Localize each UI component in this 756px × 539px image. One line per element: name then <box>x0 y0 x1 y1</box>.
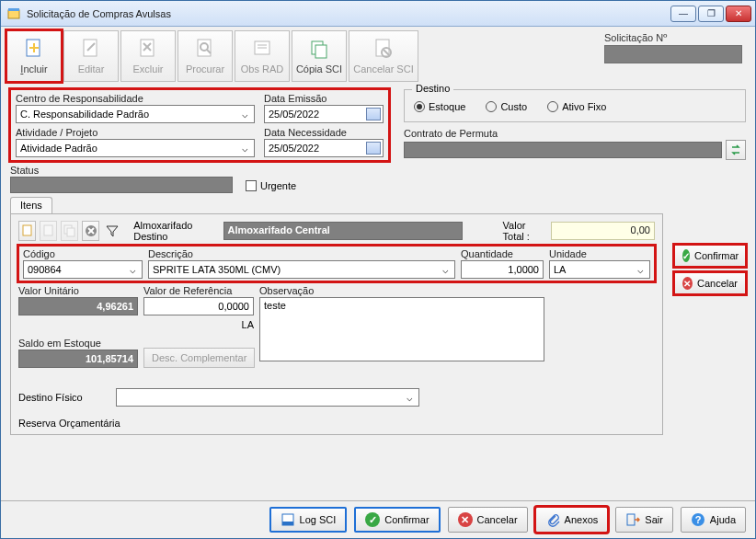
search-doc-icon <box>195 38 215 62</box>
desc-complementar-button[interactable]: Desc. Complementar <box>143 348 255 368</box>
titlebar: Solicitação de Compras Avulsas — ❐ ✕ <box>1 1 755 27</box>
solicitacao-value <box>604 45 742 63</box>
exit-icon <box>625 512 640 527</box>
item-add-button[interactable] <box>18 221 36 241</box>
valor-total-value: 0,00 <box>551 222 655 240</box>
itens-panel: Almoxarifado Destino Almoxarifado Centra… <box>10 213 663 435</box>
item-delete-button[interactable] <box>82 221 99 241</box>
quantidade-label: Quantidade <box>461 248 544 259</box>
svg-rect-30 <box>627 514 635 525</box>
codigo-label: Código <box>23 248 143 259</box>
contrato-label: Contrato de Permuta <box>404 128 746 139</box>
obs-rad-button[interactable]: Obs RAD <box>235 30 290 82</box>
emissao-label: Data Emissão <box>264 93 384 104</box>
filter-button[interactable] <box>103 221 120 241</box>
swap-button[interactable] <box>726 140 746 160</box>
incluir-button[interactable]: Incluir <box>6 30 62 82</box>
item-copy-button[interactable] <box>61 221 78 241</box>
descricao-label: Descrição <box>148 248 455 259</box>
radio-custo[interactable]: Custo <box>486 101 527 112</box>
unidade-combo[interactable]: LA⌵ <box>549 260 650 279</box>
window-title: Solicitação de Compras Avulsas <box>27 8 670 19</box>
note-icon <box>252 38 272 62</box>
urgente-label: Urgente <box>260 180 296 191</box>
emissao-value: 25/05/2022 <box>269 109 319 120</box>
obs-label: Observação <box>259 285 655 296</box>
sair-button[interactable]: Sair <box>615 507 673 533</box>
copia-sci-button[interactable]: Cópia SCI <box>292 30 347 82</box>
side-cancelar-button[interactable]: ✕ Cancelar <box>674 272 746 294</box>
svg-marker-27 <box>107 226 118 236</box>
atividade-value: Atividade Padrão <box>20 143 97 154</box>
check-icon: ✓ <box>682 249 690 262</box>
radio-ativo-fixo[interactable]: Ativo Fixo <box>547 101 606 112</box>
valor-ref-input[interactable]: 0,0000 <box>143 297 254 315</box>
close-icon: ✕ <box>682 277 693 290</box>
destino-fisico-label: Destino Físico <box>18 392 110 403</box>
codigo-combo[interactable]: 090864⌵ <box>23 260 143 279</box>
chevron-down-icon: ⌵ <box>402 392 417 404</box>
cancel-doc-icon <box>373 38 394 62</box>
tab-itens[interactable]: Itens <box>10 197 52 213</box>
svg-rect-16 <box>315 45 326 58</box>
quantidade-input[interactable]: 1,0000 <box>461 260 544 279</box>
delete-doc-icon <box>138 38 158 62</box>
bottom-cancelar-button[interactable]: ✕ Cancelar <box>448 507 528 533</box>
copy-icon <box>309 38 329 62</box>
close-button[interactable]: ✕ <box>726 6 751 22</box>
valor-unit-value: 4,96261 <box>18 297 138 315</box>
incluir-label: ncluir <box>23 63 47 75</box>
svg-rect-9 <box>198 40 211 56</box>
maximize-button[interactable]: ❐ <box>698 6 724 22</box>
radio-icon <box>547 101 558 112</box>
saldo-value: 101,85714 <box>18 350 138 368</box>
ajuda-button[interactable]: ? Ajuda <box>681 507 746 533</box>
almox-value: Almoxarifado Central <box>223 222 463 240</box>
log-sci-button[interactable]: Log SCI <box>269 507 348 533</box>
side-confirmar-button[interactable]: ✓ Confirmar <box>674 245 746 267</box>
calendar-icon[interactable] <box>366 142 381 155</box>
centro-combo[interactable]: C. Responsabilidade Padrão ⌵ <box>16 105 255 123</box>
cancelar-sci-button[interactable]: Cancelar SCI <box>349 30 418 82</box>
emissao-input[interactable]: 25/05/2022 <box>264 105 384 123</box>
procurar-button[interactable]: Procurar <box>178 30 233 82</box>
calendar-icon[interactable] <box>366 108 381 120</box>
chevron-down-icon: ⌵ <box>125 264 140 276</box>
solicitacao-number-block: Solicitação Nº <box>604 30 750 63</box>
destino-fisico-combo[interactable]: ⌵ <box>116 388 419 407</box>
descricao-combo[interactable]: SPRITE LATA 350ML (CMV)⌵ <box>148 260 455 279</box>
ref-unit: LA <box>143 319 254 330</box>
app-icon <box>6 6 21 21</box>
almox-label: Almoxarifado Destino <box>133 220 215 242</box>
status-label: Status <box>10 165 233 176</box>
urgente-checkbox[interactable]: Urgente <box>246 180 296 191</box>
unidade-label: Unidade <box>549 248 650 259</box>
editar-button[interactable]: Editar <box>63 30 119 82</box>
help-icon: ? <box>691 512 705 527</box>
atividade-combo[interactable]: Atividade Padrão ⌵ <box>16 139 255 157</box>
solicitacao-label: Solicitação Nº <box>604 32 742 43</box>
close-icon: ✕ <box>458 512 473 527</box>
chevron-down-icon: ⌵ <box>237 109 252 120</box>
svg-text:?: ? <box>694 514 701 525</box>
radio-estoque[interactable]: Estoque <box>414 101 465 112</box>
minimize-button[interactable]: — <box>670 6 696 22</box>
app-window: Solicitação de Compras Avulsas — ❐ ✕ Inc… <box>0 0 756 539</box>
bottom-confirmar-button[interactable]: ✓ Confirmar <box>354 507 440 533</box>
anexos-button[interactable]: Anexos <box>535 507 609 533</box>
svg-rect-23 <box>67 228 74 236</box>
necessidade-input[interactable]: 25/05/2022 <box>264 139 384 157</box>
centro-value: C. Responsabilidade Padrão <box>20 109 149 120</box>
reserva-label: Reserva Orçamentária <box>18 418 120 429</box>
bottom-toolbar: Log SCI ✓ Confirmar ✕ Cancelar Anexos Sa… <box>1 500 755 538</box>
svg-rect-0 <box>8 10 19 18</box>
checkbox-icon <box>246 180 257 191</box>
log-icon <box>281 512 295 527</box>
excluir-button[interactable]: Excluir <box>120 30 176 82</box>
status-value <box>10 177 233 193</box>
radio-icon <box>486 101 497 112</box>
chevron-down-icon: ⌵ <box>633 264 647 276</box>
valor-unit-label: Valor Unitário <box>18 285 138 296</box>
new-doc-icon <box>24 38 44 62</box>
item-edit-button[interactable] <box>40 221 57 241</box>
